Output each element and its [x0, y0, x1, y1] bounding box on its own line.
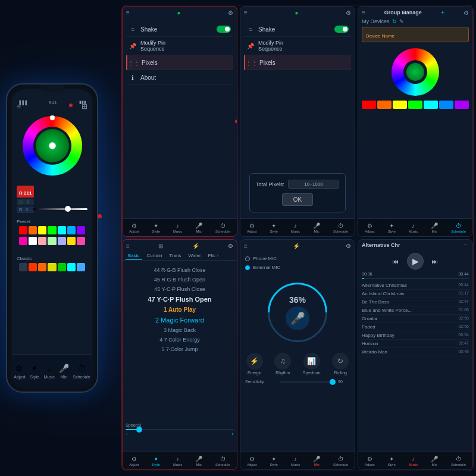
preset-green[interactable] — [48, 226, 56, 234]
phone-nav-music[interactable]: ♪ Music — [43, 363, 54, 379]
preset-blue[interactable] — [67, 226, 76, 234]
device-edit-icon[interactable]: ✎ — [399, 18, 404, 24]
s2-shake-toggle[interactable] — [334, 26, 349, 33]
tab-trans[interactable]: Trans — [167, 252, 183, 260]
about-menu-item[interactable]: ℹ About — [126, 70, 233, 85]
phone-mic-option[interactable]: Phone MIC — [245, 254, 350, 263]
preset-purple[interactable] — [77, 226, 85, 234]
effect-magic-forward[interactable]: 2 Magic Forward — [126, 315, 234, 325]
s6-sty[interactable]: ✦Style — [387, 456, 395, 466]
phone-nav-adjust[interactable]: ⚙ Adjust — [14, 363, 25, 379]
play-button[interactable]: ▶ — [407, 253, 424, 270]
preset-yellow[interactable] — [38, 226, 46, 234]
effect-auto-play[interactable]: 1 Auto Play — [126, 305, 234, 315]
preset-orange[interactable] — [29, 226, 37, 234]
song-faded[interactable]: Faded 02:56 — [362, 323, 469, 331]
classic-red[interactable] — [29, 263, 37, 271]
tab-water[interactable]: Water — [186, 252, 203, 260]
mic-ctrl-rolling[interactable]: ↻ Rolling — [332, 353, 349, 375]
s5-mus[interactable]: ♪Music — [291, 456, 300, 466]
sliders-icon[interactable]: ⊞ — [82, 102, 87, 111]
s4-adj[interactable]: ⚙Adjust — [129, 456, 139, 466]
phone-nav-schedule[interactable]: ⏱ Schedule — [73, 363, 90, 379]
s2-music[interactable]: ♪Music — [291, 223, 300, 233]
s3-sty[interactable]: ✦Style — [387, 223, 395, 233]
classic-orange2[interactable] — [38, 263, 46, 271]
classic-yellow2[interactable] — [48, 263, 56, 271]
mic-ctrl-spectrum[interactable]: 📊 Spectrum — [303, 353, 321, 375]
brightness-thumb[interactable] — [65, 206, 71, 212]
s2-style[interactable]: ✦Style — [270, 223, 277, 233]
s2-pixels-item[interactable]: ⋮⋮ Pixels — [244, 55, 351, 70]
sensitivity-slider[interactable] — [280, 381, 336, 383]
s6-adj[interactable]: ⚙Adjust — [365, 456, 375, 466]
s1-adjust[interactable]: ⚙Adjust — [129, 223, 139, 233]
s5-sty[interactable]: ✦Style — [270, 456, 277, 466]
s2-adjust[interactable]: ⚙Adjust — [247, 223, 257, 233]
preset-light-green[interactable] — [48, 237, 56, 245]
group-colorwheel-container[interactable] — [358, 46, 472, 98]
s4-sch[interactable]: ⏱Schedule — [215, 456, 230, 466]
speed-slider[interactable] — [126, 429, 234, 430]
next-button[interactable]: ⏭ — [428, 255, 441, 268]
song-horizon[interactable]: Horizon 02:47 — [362, 340, 469, 348]
preset-pink[interactable] — [19, 237, 27, 245]
classic-blue2[interactable] — [77, 263, 85, 271]
s2-mic[interactable]: 🎤Mic — [313, 223, 320, 233]
shake-menu-item[interactable]: ≈ Shake — [126, 22, 233, 37]
s3-mic[interactable]: 🎤Mic — [431, 223, 438, 233]
brightness-slider[interactable] — [33, 208, 87, 210]
s6-sch[interactable]: ⏱Schedule — [451, 456, 466, 466]
s1-style[interactable]: ✦Style — [152, 223, 159, 233]
speed-minus[interactable]: − — [126, 431, 129, 437]
mic-ctrl-rhythm[interactable]: ♫ Rhythm — [274, 353, 291, 375]
device-item[interactable]: Device Name — [362, 27, 469, 42]
effect-47[interactable]: 47 Y·C·P Flush Open — [126, 294, 234, 305]
phone-nav-style[interactable]: ✦ Style — [29, 363, 40, 379]
tab-flic[interactable]: Flic › — [206, 252, 221, 260]
effect-46[interactable]: 45 Y·C·P Flush Close — [126, 284, 234, 294]
modify-pin-menu-item[interactable]: 📌 Modify PinSequence — [126, 37, 233, 55]
song-island-christmas[interactable]: An Island Christmas 01:17 — [362, 290, 469, 298]
menu-icon[interactable]: ≡ — [17, 102, 21, 111]
s2-pin-item[interactable]: 📌 Modify PinSequence — [244, 37, 351, 55]
gcell-orange[interactable] — [377, 101, 392, 109]
pixels-menu-item[interactable]: ⋮⋮ Pixels — [126, 55, 233, 70]
song-happy-birthday[interactable]: Happy Birthday 00:34 — [362, 331, 469, 340]
tab-curtain[interactable]: Curtain — [145, 252, 165, 260]
gcell-blue[interactable] — [439, 101, 453, 109]
group-add-icon[interactable]: + — [441, 9, 444, 16]
sensitivity-thumb[interactable] — [330, 379, 336, 385]
preset-light-red[interactable] — [38, 237, 46, 245]
preset-white[interactable] — [29, 237, 37, 245]
effect-magic-back[interactable]: 3 Magic Back — [126, 325, 234, 335]
external-mic-option[interactable]: External MIC — [245, 263, 350, 272]
s1-mic[interactable]: 🎤Mic — [195, 223, 202, 233]
effect-44[interactable]: 44 R·G·B Flush Close — [126, 265, 234, 275]
gcell-red[interactable] — [362, 101, 376, 109]
playlist-options-icon[interactable]: ⋯ — [464, 242, 469, 248]
s5-sch[interactable]: ⏱Schedule — [333, 456, 348, 466]
song-alternative-christmas[interactable]: Alternative Christmas 00:44 — [362, 281, 469, 290]
s2-sched[interactable]: ⏱Schedule — [333, 223, 348, 233]
s2-shake-item[interactable]: ≈ Shake — [244, 22, 351, 37]
preset-rose[interactable] — [77, 237, 85, 245]
shake-toggle[interactable] — [217, 26, 231, 33]
mic-ctrl-energic[interactable]: ⚡ Energic — [246, 353, 263, 375]
s5-mic[interactable]: 🎤Mic — [313, 456, 320, 466]
s1-sched[interactable]: ⏱Schedule — [215, 223, 230, 233]
s3-sch[interactable]: ⏱Schedule — [451, 223, 466, 233]
tab-basic[interactable]: Basic — [126, 252, 142, 260]
color-wheel-container[interactable] — [20, 113, 85, 178]
preset-cyan[interactable] — [58, 226, 66, 234]
phone-nav-mic[interactable]: 🎤 Mic — [58, 363, 69, 379]
song-weirdo-man[interactable]: Weirdo Man 00:48 — [362, 348, 469, 356]
s1-music[interactable]: ♪Music — [173, 223, 183, 233]
song-be-boss[interactable]: Be The Boss 02:47 — [362, 298, 469, 306]
s3-mus[interactable]: ♪Music — [409, 223, 418, 233]
effect-7color-jump[interactable]: 5 7·Color Jump — [126, 345, 234, 354]
song-blue-white[interactable]: Blue and White Porce... 01:06 — [362, 306, 469, 315]
s4-mus[interactable]: ♪Music — [173, 456, 183, 466]
prev-button[interactable]: ⏮ — [389, 255, 402, 268]
song-croatia[interactable]: Croatia 02:58 — [362, 315, 469, 323]
